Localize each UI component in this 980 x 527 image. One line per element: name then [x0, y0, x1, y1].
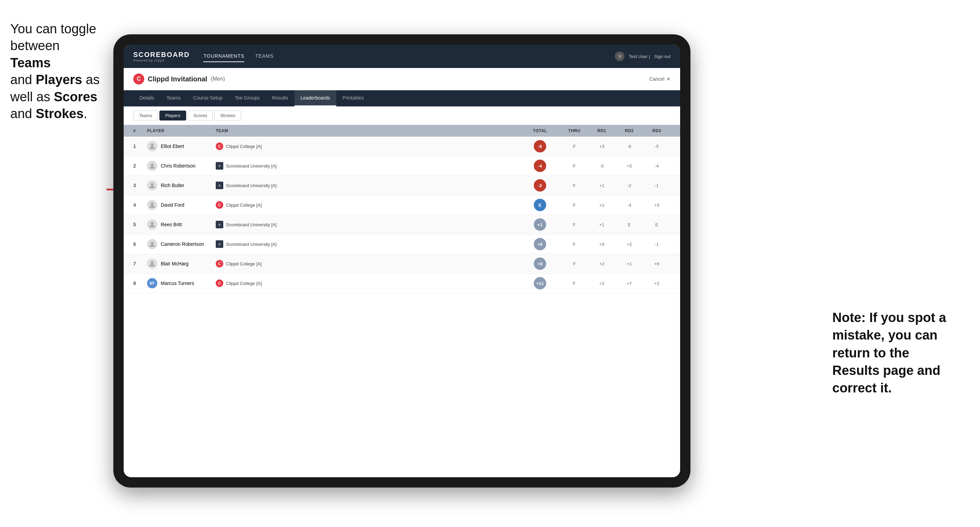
table-row: 7 Blair McHarg C Clippd College [A] +8: [124, 254, 680, 274]
score-badge: +1: [534, 218, 546, 231]
table-row: 6 Cameron Robertson ≡ Scoreboard Univers…: [124, 235, 680, 254]
toggle-scores[interactable]: Scores: [188, 111, 213, 121]
avatar: [147, 259, 158, 269]
avatar: [147, 180, 158, 190]
tab-results[interactable]: Results: [266, 90, 294, 106]
tab-course-setup[interactable]: Course Setup: [187, 90, 229, 106]
app-header: SCOREBOARD Powered by clippd TOURNAMENTS…: [124, 44, 680, 68]
team-name: Clippd College [A]: [226, 261, 262, 267]
toggle-strokes[interactable]: Strokes: [214, 111, 241, 121]
logo-text: SCOREBOARD: [133, 51, 189, 59]
sign-out-link[interactable]: Sign out: [654, 54, 670, 59]
avatar: [147, 219, 158, 230]
avatar: [147, 239, 158, 249]
player-cell: Chris Robertson: [147, 161, 216, 171]
player-name: Rees Britt: [161, 222, 182, 227]
svg-point-6: [151, 222, 154, 225]
table-row: 5 Rees Britt ≡ Scoreboard University [A]…: [124, 215, 680, 235]
score-badge: +6: [534, 238, 546, 250]
table-row: 1 Elliot Ebert C Clippd College [A] -8: [124, 137, 680, 156]
player-cell: David Ford: [147, 200, 216, 210]
player-name: David Ford: [161, 202, 184, 208]
avatar: [147, 141, 158, 151]
player-cell: Rich Butler: [147, 180, 216, 190]
player-cell: Elliot Ebert: [147, 141, 216, 151]
left-annotation: You can togglebetween Teamsand Players a…: [10, 21, 103, 122]
team-cell: ≡ Scoreboard University [A]: [216, 182, 519, 189]
tournament-icon: C: [133, 73, 144, 84]
header-right: U Test User | Sign out: [615, 51, 670, 61]
team-icon: ≡: [216, 182, 223, 189]
tab-teams[interactable]: Teams: [161, 90, 187, 106]
tab-leaderboards[interactable]: Leaderboards: [294, 90, 336, 106]
tab-printables[interactable]: Printables: [336, 90, 370, 106]
cancel-button[interactable]: Cancel ✕: [649, 76, 670, 82]
col-rd2-header: RD2: [616, 129, 643, 133]
team-name: Scoreboard University [A]: [226, 242, 277, 247]
team-cell: ≡ Scoreboard University [A]: [216, 221, 519, 228]
nav-tournaments[interactable]: TOURNAMENTS: [204, 51, 244, 62]
score-badge: -4: [534, 160, 546, 172]
tablet-frame: SCOREBOARD Powered by clippd TOURNAMENTS…: [113, 34, 690, 487]
tournament-header: C Clippd Invitational (Men) Cancel ✕: [124, 68, 680, 90]
team-icon: ≡: [216, 162, 223, 170]
scoreboard-logo: SCOREBOARD Powered by clippd: [133, 51, 189, 62]
svg-point-4: [151, 183, 154, 186]
tournament-title: C Clippd Invitational (Men): [133, 73, 225, 84]
table-row: 3 Rich Butler ≡ Scoreboard University [A…: [124, 176, 680, 195]
table-row: 4 David Ford C Clippd College [A] E: [124, 195, 680, 215]
col-rd3-header: RD3: [643, 129, 670, 133]
score-badge: -8: [534, 140, 546, 152]
svg-point-5: [151, 203, 154, 205]
team-icon: ≡: [216, 240, 223, 248]
team-name: Clippd College [A]: [226, 144, 262, 149]
team-icon: ≡: [216, 221, 223, 228]
tournament-gender: (Men): [210, 76, 225, 82]
team-icon: C: [216, 143, 223, 150]
user-avatar: U: [615, 51, 624, 61]
player-cell: MT Marcus Turners: [147, 278, 216, 288]
team-name: Scoreboard University [A]: [226, 183, 277, 188]
team-icon: C: [216, 260, 223, 267]
svg-point-7: [151, 242, 154, 244]
score-badge: E: [534, 199, 546, 211]
tablet-screen: SCOREBOARD Powered by clippd TOURNAMENTS…: [124, 44, 680, 477]
team-cell: C Clippd College [A]: [216, 260, 519, 267]
col-team-header: TEAM: [216, 129, 519, 133]
avatar: MT: [147, 278, 158, 288]
score-badge: +8: [534, 257, 546, 270]
team-name: Clippd College [A]: [226, 203, 262, 208]
svg-point-3: [151, 163, 154, 166]
table-row: 2 Chris Robertson ≡ Scoreboard Universit…: [124, 156, 680, 176]
team-cell: C Clippd College [A]: [216, 279, 519, 287]
player-cell: Cameron Robertson: [147, 239, 216, 249]
nav-teams[interactable]: TEAMS: [255, 51, 274, 62]
team-cell: ≡ Scoreboard University [A]: [216, 162, 519, 170]
tab-details[interactable]: Details: [133, 90, 161, 106]
score-badge: -2: [534, 179, 546, 192]
toggle-teams[interactable]: Teams: [133, 111, 158, 121]
table-header: # PLAYER TEAM TOTAL THRU RD1 RD2 RD3: [124, 125, 680, 137]
team-name: Scoreboard University [A]: [226, 222, 277, 227]
toggle-players[interactable]: Players: [159, 111, 186, 121]
svg-point-2: [151, 144, 154, 147]
team-icon: C: [216, 201, 223, 209]
table-row: 8 MT Marcus Turners C Clippd College [A]…: [124, 274, 680, 293]
col-thru-header: THRU: [561, 129, 588, 133]
player-name: Chris Robertson: [161, 163, 196, 168]
annotation-text: You can togglebetween Teamsand Players a…: [10, 22, 100, 121]
right-annotation-text: Note: If you spot a mistake, you can ret…: [832, 310, 946, 395]
team-cell: ≡ Scoreboard University [A]: [216, 240, 519, 248]
player-name: Elliot Ebert: [161, 143, 184, 149]
player-name: Rich Butler: [161, 183, 184, 188]
team-cell: C Clippd College [A]: [216, 201, 519, 209]
player-name: Blair McHarg: [161, 261, 189, 267]
tab-tee-groups[interactable]: Tee Groups: [229, 90, 266, 106]
team-name: Scoreboard University [A]: [226, 163, 277, 168]
player-cell: Rees Britt: [147, 219, 216, 230]
player-cell: Blair McHarg: [147, 259, 216, 269]
col-rank-header: #: [133, 129, 147, 133]
tab-navigation: Details Teams Course Setup Tee Groups Re…: [124, 90, 680, 106]
score-badge: +11: [534, 277, 546, 289]
player-name: Cameron Robertson: [161, 241, 204, 247]
